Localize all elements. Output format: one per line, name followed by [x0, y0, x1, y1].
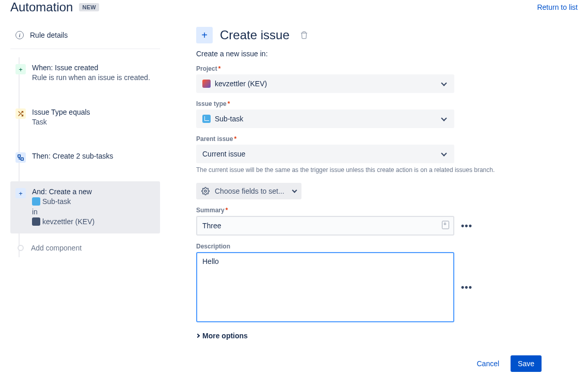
smart-value-icon[interactable]: [442, 221, 449, 231]
more-actions-button[interactable]: •••: [460, 281, 473, 293]
step-action-create[interactable]: + And: Create a new Sub-task in kevzettl…: [10, 181, 160, 233]
project-value: kevzettler (KEV): [215, 80, 267, 88]
subtask-icon: [202, 115, 211, 123]
return-to-list-link[interactable]: Return to list: [537, 3, 578, 11]
plus-icon: +: [15, 188, 26, 198]
add-component-label: Add component: [31, 244, 82, 252]
chevron-down-icon: [441, 80, 447, 86]
delete-action-button[interactable]: [300, 31, 308, 39]
step-condition[interactable]: Issue Type equals Task: [10, 102, 160, 134]
svg-rect-0: [18, 155, 21, 158]
panel-title: Create issue: [220, 28, 290, 42]
subtask-icon: [32, 197, 40, 206]
project-label: Project*: [196, 65, 573, 72]
chevron-down-icon: [441, 150, 447, 156]
step-title: Issue Type equals: [32, 108, 90, 116]
rule-details-label: Rule details: [30, 31, 68, 39]
description-label: Description: [196, 243, 573, 250]
subtask-action-icon: [15, 152, 26, 163]
step-subtitle: Sub-task in kevzettler (KEV): [32, 197, 94, 227]
project-icon: [32, 217, 40, 226]
more-options-toggle[interactable]: More options: [196, 332, 573, 340]
step-trigger[interactable]: + When: Issue created Rule is run when a…: [10, 57, 160, 89]
description-textarea[interactable]: [196, 252, 454, 322]
more-actions-button[interactable]: •••: [460, 220, 473, 232]
project-icon: [202, 80, 211, 88]
new-badge: NEW: [79, 3, 99, 11]
summary-label: Summary*: [196, 207, 573, 214]
form-intro: Create a new issue in:: [196, 50, 573, 58]
rule-details-item[interactable]: i Rule details: [10, 27, 160, 49]
action-config-panel: + Create issue Create a new issue in: Pr…: [196, 27, 573, 340]
plus-icon: +: [196, 27, 213, 43]
save-button[interactable]: Save: [511, 355, 542, 372]
issue-type-value: Sub-task: [215, 115, 243, 123]
plus-icon: +: [15, 64, 26, 74]
chevron-right-icon: [196, 334, 200, 338]
page-title: Automation: [10, 0, 73, 14]
more-options-label: More options: [202, 332, 248, 340]
svg-rect-1: [21, 158, 24, 161]
step-title: When: Issue created: [32, 64, 150, 72]
step-subtitle: Rule is run when an issue is created.: [32, 73, 150, 83]
choose-fields-button[interactable]: Choose fields to set...: [196, 183, 301, 199]
step-subtitle: Task: [32, 117, 90, 128]
add-dot-icon: [18, 245, 24, 251]
issue-type-select[interactable]: Sub-task: [196, 110, 454, 128]
parent-issue-select[interactable]: Current issue: [196, 145, 454, 163]
summary-input[interactable]: [196, 216, 454, 236]
add-component-button[interactable]: Add component: [10, 233, 160, 257]
shuffle-icon: [15, 108, 26, 119]
step-action-subtasks[interactable]: Then: Create 2 sub-tasks: [10, 146, 160, 169]
rule-steps-sidebar: i Rule details + When: Issue created Rul…: [10, 27, 160, 340]
issue-type-label: Issue type*: [196, 100, 573, 107]
parent-issue-value: Current issue: [202, 150, 245, 158]
chevron-down-icon: [292, 188, 297, 193]
info-icon: i: [15, 31, 24, 39]
cancel-button[interactable]: Cancel: [471, 355, 504, 372]
step-title: Then: Create 2 sub-tasks: [32, 152, 113, 160]
svg-point-2: [204, 190, 206, 192]
step-title: And: Create a new: [32, 187, 94, 196]
choose-fields-label: Choose fields to set...: [215, 187, 284, 195]
parent-issue-label: Parent issue*: [196, 135, 573, 143]
gear-icon: [201, 187, 210, 195]
parent-issue-helper: The current issue will be the same as th…: [196, 166, 547, 174]
chevron-down-icon: [441, 115, 447, 121]
project-select[interactable]: kevzettler (KEV): [196, 74, 454, 93]
